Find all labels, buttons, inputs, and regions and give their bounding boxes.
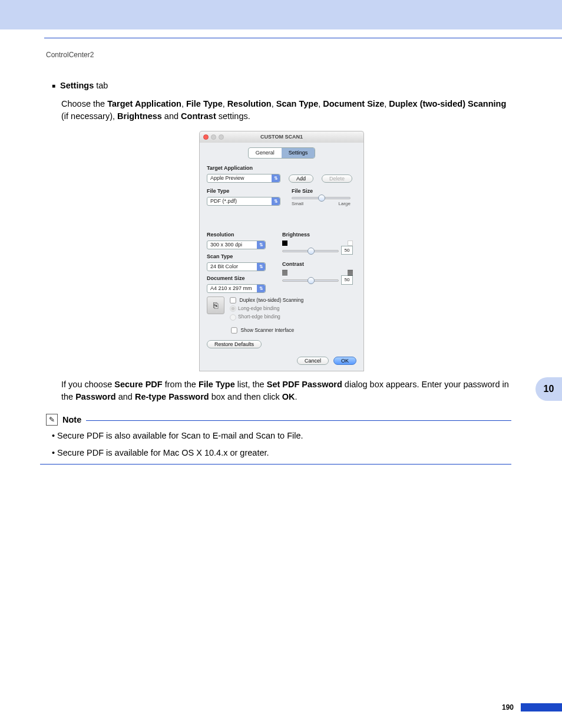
duplex-icon: ⎘ xyxy=(207,297,224,314)
chevron-updown-icon: ⇅ xyxy=(257,241,265,249)
ap-t6: box and then click xyxy=(209,392,282,401)
target-app-dropdown[interactable]: Apple Preview ⇅ xyxy=(207,174,280,183)
custom-scan-dialog: CUSTOM SCAN1 General Settings Target App… xyxy=(199,131,364,371)
scan-type-value: 24 Bit Color xyxy=(210,263,238,271)
long-edge-radio-row[interactable]: Long-edge binding xyxy=(229,305,303,312)
slider-thumb-icon[interactable] xyxy=(308,277,315,284)
page-footer: 190 xyxy=(46,703,562,711)
duplex-checkbox[interactable] xyxy=(230,297,236,303)
doc-size-dropdown[interactable]: A4 210 x 297 mm ⇅ xyxy=(207,284,266,293)
show-scanner-checkbox[interactable] xyxy=(231,327,237,333)
ap-b2: File Type xyxy=(199,380,235,389)
tab-settings[interactable]: Settings xyxy=(282,148,315,158)
settings-tab-heading: Settings tab xyxy=(60,80,108,92)
close-icon[interactable] xyxy=(203,134,209,140)
ap-t7: . xyxy=(295,392,297,401)
scan-type-dropdown[interactable]: 24 Bit Color ⇅ xyxy=(207,262,266,271)
kw-duplex: Duplex (two-sided) Scanning xyxy=(389,99,506,108)
low-contrast-icon xyxy=(282,270,287,275)
intro-text-3: and xyxy=(162,111,181,121)
top-header-band xyxy=(0,0,562,29)
intro-text-2: (if necessary), xyxy=(61,111,117,121)
running-header: ControlCenter2 xyxy=(46,51,94,59)
footer-bar-icon xyxy=(521,703,562,711)
scan-type-label: Scan Type xyxy=(207,253,272,261)
ok-button[interactable]: OK xyxy=(333,357,356,365)
duplex-label: Duplex (two-sided) Scanning xyxy=(240,297,304,303)
binding-radio-group: Long-edge binding Short-edge binding xyxy=(229,305,303,321)
add-button[interactable]: Add xyxy=(289,174,313,183)
ap-b3: Set PDF Password xyxy=(267,380,342,389)
ap-t2: from the xyxy=(163,380,199,389)
long-edge-label: Long-edge binding xyxy=(238,305,279,311)
light-swatch-icon xyxy=(348,241,353,246)
intro-paragraph: Choose the Target Application, File Type… xyxy=(61,98,511,123)
target-app-value: Apple Preview xyxy=(210,174,244,182)
note-rule xyxy=(86,420,511,421)
intro-text-1: Choose the xyxy=(61,99,107,108)
note-bottom-rule xyxy=(40,464,511,465)
header-rule xyxy=(44,38,562,38)
note-item-1: Secure PDF is also available for Scan to… xyxy=(52,430,511,442)
tab-general[interactable]: General xyxy=(249,148,282,158)
chevron-updown-icon: ⇅ xyxy=(272,174,280,182)
note-pencil-icon: ✎ xyxy=(46,414,58,426)
ap-t1: If you choose xyxy=(61,380,114,389)
zoom-icon xyxy=(219,134,224,140)
dialog-title: CUSTOM SCAN1 xyxy=(200,133,363,141)
long-edge-radio xyxy=(230,306,236,312)
kw-contrast: Contrast xyxy=(181,111,216,121)
note-title: Note xyxy=(62,414,81,426)
ap-b6: OK xyxy=(282,392,295,401)
contrast-slider[interactable] xyxy=(282,279,339,282)
chevron-updown-icon: ⇅ xyxy=(257,285,265,292)
brightness-value[interactable]: 50 xyxy=(341,246,353,255)
short-edge-radio-row[interactable]: Short-edge binding xyxy=(229,313,303,321)
brightness-label: Brightness xyxy=(282,231,353,239)
slider-thumb-icon[interactable] xyxy=(308,248,315,255)
settings-heading-row: ■ Settings tab xyxy=(52,80,511,92)
note-list: Secure PDF is also available for Scan to… xyxy=(52,430,511,459)
doc-size-value: A4 210 x 297 mm xyxy=(210,285,252,292)
settings-bold: Settings xyxy=(60,81,94,90)
show-scanner-row[interactable]: Show Scanner Interface xyxy=(230,327,356,334)
kw-doc-size: Document Size xyxy=(323,99,384,108)
restore-defaults-button[interactable]: Restore Defaults xyxy=(207,340,262,348)
ap-t3: list, the xyxy=(235,380,267,389)
kw-scan-type: Scan Type xyxy=(276,99,318,108)
contrast-value[interactable]: 50 xyxy=(341,275,353,285)
short-edge-radio xyxy=(230,314,236,320)
ap-b5: Re-type Password xyxy=(135,392,209,401)
ap-b4: Password xyxy=(75,392,116,401)
note-block: ✎ Note Secure PDF is also available for … xyxy=(46,414,511,465)
duplex-checkbox-row[interactable]: Duplex (two-sided) Scanning xyxy=(229,297,303,304)
tab-segment: General Settings xyxy=(248,147,316,159)
page-number: 190 xyxy=(502,703,514,711)
file-type-label: File Type xyxy=(207,187,283,195)
minimize-icon xyxy=(211,134,216,140)
dark-swatch-icon xyxy=(282,241,287,246)
square-bullet-icon: ■ xyxy=(52,80,55,92)
tabs-row: General Settings xyxy=(207,147,356,159)
resolution-label: Resolution xyxy=(207,231,272,239)
kw-brightness: Brightness xyxy=(117,111,162,121)
kw-target-app: Target Application xyxy=(107,99,181,108)
target-app-label: Target Application xyxy=(207,164,356,172)
kw-resolution: Resolution xyxy=(227,99,272,108)
file-type-value: PDF (*.pdf) xyxy=(210,197,237,205)
show-scanner-label: Show Scanner Interface xyxy=(241,327,295,333)
file-type-dropdown[interactable]: PDF (*.pdf) ⇅ xyxy=(207,197,280,206)
dialog-body: General Settings Target Application Appl… xyxy=(199,143,364,371)
doc-size-label: Document Size xyxy=(207,275,272,282)
note-item-2: Secure PDF is available for Mac OS X 10.… xyxy=(52,447,511,459)
resolution-dropdown[interactable]: 300 x 300 dpi ⇅ xyxy=(207,241,266,249)
ap-t5: and xyxy=(116,392,135,401)
chapter-tab: 10 xyxy=(535,377,562,401)
cancel-button[interactable]: Cancel xyxy=(297,357,329,365)
content-area: ■ Settings tab Choose the Target Applica… xyxy=(52,80,511,465)
brightness-slider[interactable] xyxy=(282,250,339,252)
file-size-slider[interactable] xyxy=(292,197,351,199)
short-edge-label: Short-edge binding xyxy=(238,314,280,319)
delete-button: Delete xyxy=(322,174,352,183)
high-contrast-icon xyxy=(348,270,353,275)
